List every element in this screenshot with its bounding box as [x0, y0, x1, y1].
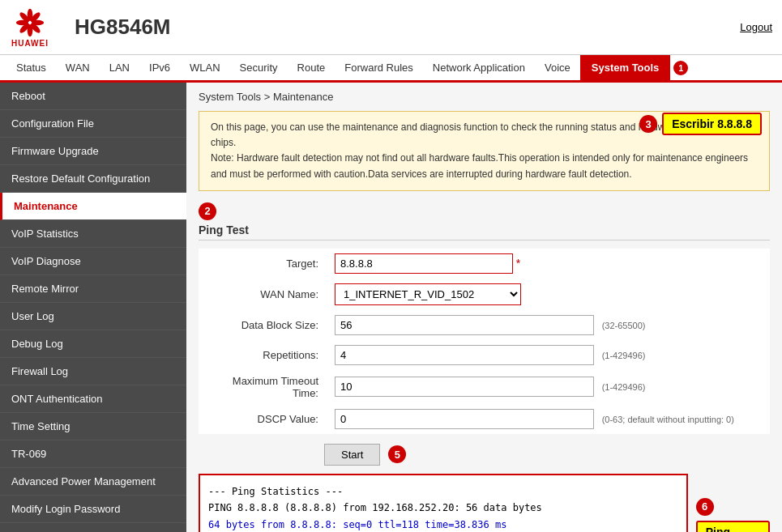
breadcrumb-separator: >: [264, 91, 273, 103]
info-line1: On this page, you can use the maintenanc…: [211, 121, 679, 133]
info-note: Note: Hardware fault detection may not f…: [211, 152, 748, 179]
wan-name-cell: 1_INTERNET_R_VID_1502 2_TR069_R_VID_1503…: [328, 279, 770, 310]
annotation-3-group: 3 Escribir 8.8.8.8: [639, 113, 762, 135]
sidebar-item-intelligent-channel[interactable]: Intelligent Channel Statistics: [0, 523, 186, 532]
sidebar-item-advanced-power[interactable]: Advanced Power Management: [0, 468, 186, 496]
sidebar-item-reboot[interactable]: Reboot: [0, 83, 186, 110]
data-block-hint: (32-65500): [602, 321, 646, 330]
wan-name-row: WAN Name: 1_INTERNET_R_VID_1502 2_TR069_…: [199, 279, 770, 310]
data-block-label: Data Block Size:: [199, 310, 328, 340]
nav-status[interactable]: Status: [6, 55, 56, 80]
sidebar-item-user-log[interactable]: User Log: [0, 303, 186, 330]
wan-name-select[interactable]: 1_INTERNET_R_VID_1502 2_TR069_R_VID_1503…: [335, 283, 521, 305]
ping-form: Target: * WAN Name: 1_INTERNET_R_VID_150…: [199, 249, 770, 434]
sidebar-item-time-setting[interactable]: Time Setting: [0, 413, 186, 440]
annotation-bubble-1: Escribir 8.8.8.8: [662, 113, 762, 135]
content-area: System Tools > Maintenance On this page,…: [186, 83, 782, 532]
breadcrumb-root: System Tools: [199, 91, 261, 103]
sidebar-item-modify-login[interactable]: Modify Login Password: [0, 496, 186, 523]
sidebar-item-remote-mirror[interactable]: Remote Mirror: [0, 275, 186, 303]
start-button[interactable]: Start: [324, 444, 380, 466]
ping-target-row: Target: *: [199, 249, 770, 279]
repetitions-label: Repetitions:: [199, 340, 328, 370]
ping-result-box: --- Ping Statistics --- PING 8.8.8.8 (8.…: [199, 474, 688, 532]
nav-network-app[interactable]: Network Application: [423, 55, 535, 80]
huawei-logo: [10, 6, 50, 39]
dscp-cell: (0-63; default without inputting: 0): [328, 404, 770, 434]
sidebar: Reboot Configuration File Firmware Upgra…: [0, 83, 186, 532]
breadcrumb-current: Maintenance: [273, 91, 333, 103]
sidebar-item-firewall-log[interactable]: Firewall Log: [0, 358, 186, 385]
dscp-hint: (0-63; default without inputting: 0): [602, 415, 734, 424]
max-timeout-label: Maximum Timeout Time:: [199, 370, 328, 404]
logout-button[interactable]: Logout: [740, 21, 772, 33]
breadcrumb: System Tools > Maintenance: [199, 91, 770, 103]
repetitions-row: Repetitions: (1-429496): [199, 340, 770, 370]
nav-wan[interactable]: WAN: [56, 55, 100, 80]
result-line-2: 64 bytes from 8.8.8.8: seq=0 ttl=118 tim…: [208, 517, 678, 532]
sidebar-item-maintenance[interactable]: Maintenance: [0, 193, 186, 220]
annotation-num-3: 3: [639, 115, 657, 133]
ping-target-cell: *: [328, 249, 770, 279]
main-layout: Reboot Configuration File Firmware Upgra…: [0, 83, 782, 532]
brand-name: HUAWEI: [11, 39, 49, 48]
nav-security[interactable]: Security: [230, 55, 288, 80]
sidebar-item-config-file[interactable]: Configuration File: [0, 110, 186, 138]
ping-target-label: Target:: [199, 249, 328, 279]
data-block-cell: (32-65500): [328, 310, 770, 340]
dscp-row: DSCP Value: (0-63; default without input…: [199, 404, 770, 434]
sidebar-item-firmware[interactable]: Firmware Upgrade: [0, 138, 186, 165]
data-block-input[interactable]: [335, 315, 594, 335]
repetitions-input[interactable]: [335, 345, 594, 365]
start-button-row: Start 5: [324, 444, 770, 466]
wan-name-label: WAN Name:: [199, 279, 328, 310]
sidebar-item-voip-stats[interactable]: VoIP Statistics: [0, 220, 186, 248]
main-nav: Status WAN LAN IPv6 WLAN Security Route …: [0, 55, 782, 83]
sidebar-item-ont-auth[interactable]: ONT Authentication: [0, 385, 186, 413]
nav-forward-rules[interactable]: Forward Rules: [335, 55, 423, 80]
sidebar-item-debug-log[interactable]: Debug Log: [0, 330, 186, 358]
model-title: HG8546M: [66, 15, 740, 40]
repetitions-hint: (1-429496): [602, 351, 646, 360]
nav-voice[interactable]: Voice: [535, 55, 580, 80]
result-line-1: PING 8.8.8.8 (8.8.8.8) from 192.168.252.…: [208, 500, 678, 516]
annotation-bubble-6: Ping exitoso: [696, 521, 770, 532]
max-timeout-cell: (1-429496): [328, 370, 770, 404]
result-line-0: --- Ping Statistics ---: [208, 483, 678, 500]
annotation-num-5: 5: [388, 445, 406, 463]
sidebar-item-voip-diagnose[interactable]: VoIP Diagnose: [0, 248, 186, 275]
result-area: --- Ping Statistics --- PING 8.8.8.8 (8.…: [199, 474, 770, 532]
data-block-row: Data Block Size: (32-65500): [199, 310, 770, 340]
nav-wlan[interactable]: WLAN: [180, 55, 230, 80]
nav-route[interactable]: Route: [288, 55, 335, 80]
annotation-num-2: 2: [199, 202, 216, 220]
sidebar-item-restore-default[interactable]: Restore Default Configuration: [0, 165, 186, 193]
info-section: On this page, you can use the maintenanc…: [199, 111, 770, 191]
dscp-input[interactable]: [335, 409, 594, 429]
required-star: *: [516, 257, 520, 270]
nav-system-tools[interactable]: System Tools: [580, 55, 671, 80]
ping-section-title: Ping Test: [199, 223, 770, 240]
annotation-2-area: 2: [199, 202, 770, 220]
ping-target-input[interactable]: [335, 253, 513, 274]
max-timeout-input[interactable]: [335, 377, 594, 397]
repetitions-cell: (1-429496): [328, 340, 770, 370]
logo-area: HUAWEI: [10, 6, 50, 48]
annotation-6-group: 6 Ping exitoso: [696, 474, 770, 532]
header: HUAWEI HG8546M Logout: [0, 0, 782, 55]
max-timeout-hint: (1-429496): [602, 382, 646, 392]
nav-lan[interactable]: LAN: [100, 55, 139, 80]
nav-ipv6[interactable]: IPv6: [139, 55, 180, 80]
annotation-num-6: 6: [696, 498, 714, 516]
dscp-label: DSCP Value:: [199, 404, 328, 434]
sidebar-item-tr069[interactable]: TR-069: [0, 440, 186, 468]
max-timeout-row: Maximum Timeout Time: (1-429496): [199, 370, 770, 404]
nav-badge: 1: [673, 61, 688, 75]
